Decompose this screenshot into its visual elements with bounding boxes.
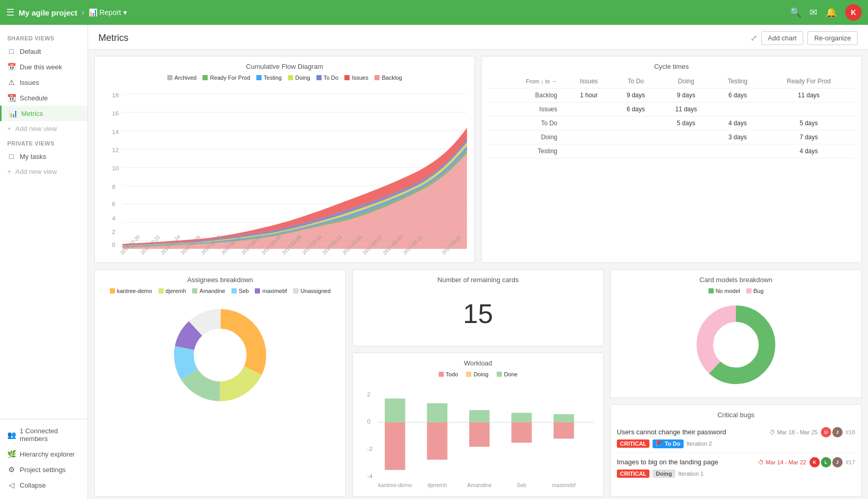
sidebar-item-due-label: Due this week [20, 63, 62, 71]
bar-seb-todo [511, 422, 531, 443]
bug-2-avatars: K L J [809, 457, 843, 467]
add-shared-label: Add new view [16, 125, 57, 133]
collapse-label: Collapse [20, 481, 46, 489]
avatar[interactable]: K [845, 4, 862, 21]
table-row: Testing4 days [488, 144, 855, 158]
sidebar-item-mytasks-label: My tasks [20, 153, 46, 160]
sidebar-item-issues[interactable]: ⚠ Issues [0, 75, 88, 90]
kantree-demo-legend: kantree-demo [110, 288, 152, 294]
expand-icon[interactable]: ⤢ [750, 33, 757, 43]
bar-kantree-done [385, 399, 405, 422]
schedule-icon: 📆 [7, 94, 16, 102]
private-views-label: PRIVATE VIEWS [0, 136, 88, 149]
maximebf-dot [255, 288, 260, 293]
search-icon[interactable]: 🔍 [790, 7, 801, 18]
svg-text:-4: -4 [367, 472, 373, 479]
card-models-donut [689, 298, 783, 391]
kantree-dot [110, 288, 115, 293]
add-private-label: Add new view [16, 168, 57, 175]
metrics-header: Metrics ⤢ Add chart Re-organize [88, 25, 868, 50]
no-model-dot [708, 288, 714, 293]
menu-icon[interactable]: ☰ [6, 7, 15, 18]
unassigned-legend: Unassigned [293, 288, 330, 294]
right-col: Card models breakdown No model Bug [610, 269, 862, 497]
mail-icon[interactable]: ✉ [809, 7, 817, 18]
bug-1-avatars: U J [821, 427, 843, 437]
doing-dot [288, 75, 293, 80]
sidebar-item-metrics[interactable]: 📊 Metrics [0, 106, 88, 121]
legend-ready: Ready For Prod [202, 75, 250, 81]
add-private-view-button[interactable]: + Add new view [0, 164, 88, 179]
todo-dot-w [439, 372, 444, 377]
sidebar-item-schedule[interactable]: 📆 Schedule [0, 90, 88, 106]
ready-label: Ready For Prod [210, 75, 250, 81]
svg-text:8: 8 [112, 183, 115, 190]
svg-text:Amandine: Amandine [467, 482, 491, 488]
layout: SHARED VIEWS □ Default 📅 Due this week ⚠… [0, 25, 868, 499]
bug-2-critical-tag: CRITICAL [617, 469, 649, 478]
todo-legend: Todo [439, 371, 458, 377]
seb-legend: Seb [232, 288, 249, 294]
bug-2-avatar-2: L [821, 457, 831, 467]
from-to-header: From ↓ to → [488, 75, 566, 89]
sidebar-item-schedule-label: Schedule [20, 94, 48, 102]
bug-1-date: ⏱ Mar 18 - Mar 25 [770, 429, 817, 435]
hierarchy-explorer-item[interactable]: 🌿 Hierarchy explorer [0, 446, 88, 462]
workload-legend: Todo Doing Done [359, 371, 597, 377]
add-shared-view-button[interactable]: + Add new view [0, 121, 88, 136]
card-models-card: Card models breakdown No model Bug [610, 269, 862, 398]
doing-label: Doing [295, 75, 310, 81]
reorganize-button[interactable]: Re-organize [807, 31, 858, 45]
assignees-donut-container [101, 298, 339, 412]
bar-amandine-done [469, 410, 489, 422]
sidebar-item-mytasks[interactable]: □ My tasks [0, 149, 88, 164]
page-title: Metrics [98, 33, 128, 43]
sidebar-item-metrics-label: Metrics [21, 110, 43, 118]
bug-dot [746, 288, 751, 293]
bell-icon[interactable]: 🔔 [826, 7, 837, 18]
doing-legend: Doing [466, 371, 488, 377]
svg-text:12: 12 [112, 146, 119, 154]
bug-1-critical-tag: CRITICAL [617, 439, 649, 448]
add-chart-button[interactable]: Add chart [761, 31, 804, 45]
card-models-legend: No model Bug [617, 288, 855, 294]
default-icon: □ [7, 47, 16, 55]
bug-2-title-row: Images to big on the landing page ⏱ Mar … [617, 457, 855, 467]
backlog-dot [374, 75, 380, 80]
amandine-legend: Amandine [192, 288, 225, 294]
ready-dot [202, 75, 208, 80]
ready-header: Ready For Prod [762, 75, 855, 89]
bug-2-avatar-3: J [832, 457, 843, 467]
todo-label: To Do [324, 75, 339, 81]
svg-text:-2: -2 [367, 445, 373, 452]
sidebar-item-default[interactable]: □ Default [0, 43, 88, 59]
middle-col: Number of remaining cards 15 Workload To… [352, 269, 604, 497]
svg-text:0: 0 [367, 418, 371, 425]
cumulative-flow-title: Cumulative Flow Diagram [101, 63, 468, 70]
report-dropdown[interactable]: 📊 Report ▾ [89, 8, 127, 17]
bug-2-tags: CRITICAL Doing Iteration 1 [617, 469, 855, 478]
svg-text:djeremh: djeremh [427, 482, 447, 488]
main-content: Metrics ⤢ Add chart Re-organize Cumulati… [88, 25, 868, 499]
sidebar-item-due[interactable]: 📅 Due this week [0, 59, 88, 75]
table-row: To Do5 days4 days5 days [488, 116, 855, 130]
card-models-donut-container [617, 298, 855, 391]
collapse-item[interactable]: ◁ Collapse [0, 477, 88, 493]
cycle-times-card: Cycle times From ↓ to → Issues To Do Doi… [481, 56, 862, 263]
critical-bugs-title: Critical bugs [617, 411, 855, 419]
bug-2-number: #17 [846, 459, 855, 465]
critical-bugs-card: Critical bugs Users cannot change their … [610, 404, 862, 497]
legend-todo: To Do [316, 75, 339, 81]
sidebar-item-default-label: Default [20, 48, 41, 55]
backlog-label: Backlog [382, 75, 402, 81]
legend-issues: Issues [344, 75, 368, 81]
sidebar: SHARED VIEWS □ Default 📅 Due this week ⚠… [0, 25, 88, 499]
connected-members-item[interactable]: 👥 1 Connected members [0, 423, 88, 446]
settings-icon: ⚙ [7, 465, 16, 474]
project-settings-item[interactable]: ⚙ Project settings [0, 462, 88, 477]
top-grid: Cumulative Flow Diagram Archived Ready F… [88, 50, 868, 269]
cumulative-flow-legend: Archived Ready For Prod Testing Doing [101, 75, 468, 81]
cycle-times-title: Cycle times [488, 63, 855, 70]
table-row: Issues6 days11 days [488, 102, 855, 116]
bug-2-avatar-1: K [809, 457, 820, 467]
